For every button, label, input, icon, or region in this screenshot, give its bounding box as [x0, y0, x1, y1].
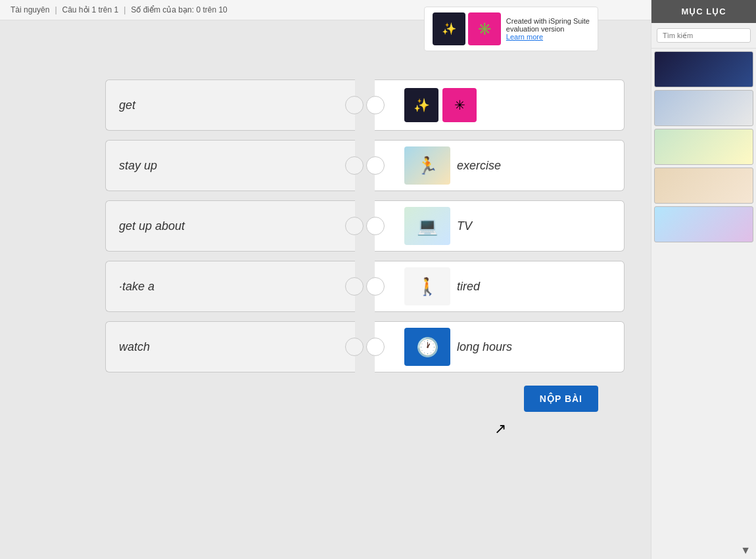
pair-row-1: get ✨ ✳: [105, 79, 618, 131]
sidebar-search-container: [651, 23, 756, 49]
sidebar-thumb-3[interactable]: [654, 129, 753, 165]
sidebar-thumb-4[interactable]: [654, 168, 753, 204]
left-label-get: get: [119, 99, 135, 112]
watermark-banner: ✨ ✳️ Created with iSpring Suite evaluati…: [424, 7, 598, 51]
breadcrumb-sep1: |: [55, 5, 57, 14]
pair-row-2: stay up 🏃 exercise: [105, 140, 618, 191]
watermark-title: Created with iSpring Suite: [506, 17, 590, 25]
pair-row-4: ·take a 🚶 tired: [105, 261, 618, 312]
left-label-getupabout: get up about: [119, 219, 185, 233]
pair-row-3: get up about 💻 TV: [105, 200, 618, 252]
left-label-takea: ·take a: [119, 280, 154, 294]
breadcrumb-score: Số điểm của bạn: 0 trên 10: [131, 5, 227, 14]
breadcrumb-question: Câu hỏi 1 trên 1: [62, 5, 119, 14]
submit-area: NỘP BÀI: [0, 379, 651, 425]
left-label-stayup: stay up: [119, 159, 157, 173]
right-piece-4[interactable]: 🚶 tired: [375, 261, 625, 312]
left-piece-stayup[interactable]: stay up: [105, 140, 355, 191]
right-thumb-clock: 🕐: [404, 328, 450, 366]
sidebar-header: MỤC LỤC: [651, 0, 756, 23]
breadcrumb-sep2: |: [124, 5, 126, 14]
watermark-text: Created with iSpring Suite evaluation ve…: [506, 17, 590, 41]
sidebar: MỤC LỤC ▼: [651, 0, 756, 559]
pair-row-5: watch 🕐 long hours: [105, 321, 618, 372]
watermark-subtitle: evaluation version: [506, 25, 590, 33]
right-label-exercise: exercise: [457, 159, 501, 173]
right-thumb-tired: 🚶: [404, 267, 450, 305]
right-piece-1[interactable]: ✨ ✳: [375, 79, 625, 131]
watermark-pink-img: ✳️: [468, 12, 501, 45]
right-thumb-tv: 💻: [404, 207, 450, 245]
right-thumb-dark: ✨: [404, 88, 438, 122]
right-piece-5[interactable]: 🕐 long hours: [375, 321, 625, 372]
left-piece-get[interactable]: get: [105, 79, 355, 131]
watermark-link[interactable]: Learn more: [506, 33, 590, 41]
right-piece-2[interactable]: 🏃 exercise: [375, 140, 625, 191]
left-piece-getupabout[interactable]: get up about: [105, 200, 355, 252]
right-label-longhours: long hours: [457, 340, 512, 354]
left-label-watch: watch: [119, 340, 150, 354]
sidebar-thumb-1[interactable]: [654, 51, 753, 87]
left-piece-watch[interactable]: watch: [105, 321, 355, 372]
watermark-images: ✨ ✳️: [433, 12, 501, 45]
sidebar-search-input[interactable]: [657, 28, 751, 43]
breadcrumb-resource: Tài nguyên: [11, 5, 49, 14]
left-piece-takea[interactable]: ·take a: [105, 261, 355, 312]
right-thumb-exercise: 🏃: [404, 146, 450, 185]
right-piece-3[interactable]: 💻 TV: [375, 200, 625, 252]
right-label-tv: TV: [457, 219, 472, 233]
submit-button[interactable]: NỘP BÀI: [524, 386, 598, 412]
sidebar-thumb-5[interactable]: [654, 206, 753, 242]
right-label-tired: tired: [457, 280, 480, 294]
sidebar-thumbnails: [651, 49, 756, 542]
sidebar-thumb-2[interactable]: [654, 90, 753, 126]
right-thumb-pink: ✳: [442, 88, 477, 122]
sidebar-scroll-down[interactable]: ▼: [651, 542, 756, 559]
pairs-container: get ✨ ✳ stay up 🏃: [0, 20, 651, 379]
watermark-dark-img: ✨: [433, 12, 465, 45]
